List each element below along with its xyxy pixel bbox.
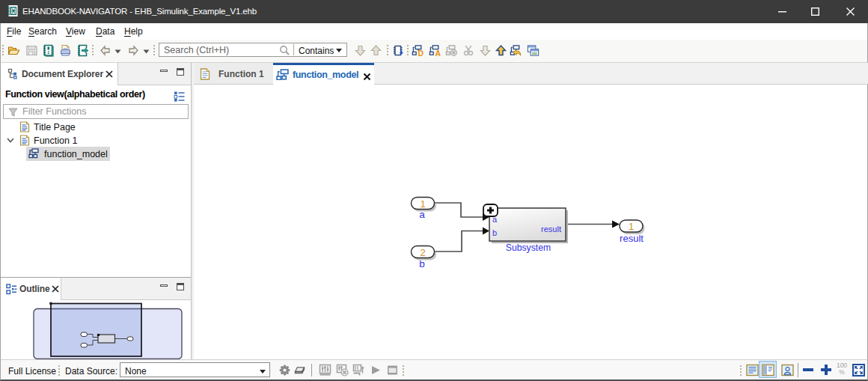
svg-text:a: a xyxy=(419,209,425,220)
svg-text:2: 2 xyxy=(420,247,425,258)
svg-text:Subsystem: Subsystem xyxy=(506,243,551,253)
svg-text:1: 1 xyxy=(420,198,425,210)
svg-text:b: b xyxy=(419,258,425,269)
svg-text:result: result xyxy=(541,225,561,234)
svg-text:b: b xyxy=(492,228,497,237)
svg-text:1: 1 xyxy=(629,221,634,232)
svg-text:A: A xyxy=(435,49,441,57)
svg-text:D: D xyxy=(418,49,424,57)
svg-text:result: result xyxy=(620,233,644,244)
